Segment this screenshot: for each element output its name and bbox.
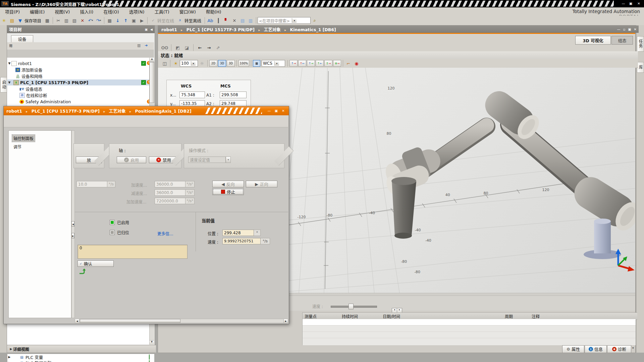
current-velocity-value[interactable]: 9.99927520751: [222, 238, 261, 244]
expander-icon[interactable]: ▼: [7, 62, 11, 65]
menu-online[interactable]: 在线(O): [98, 7, 124, 16]
minimize-icon[interactable]: —: [266, 108, 272, 113]
new-project-icon[interactable]: ✳: [0, 17, 8, 24]
tree-row-device-config[interactable]: ▮⚒ 设备组态: [7, 86, 154, 92]
view-preset-zx-icon[interactable]: ↑→: [289, 60, 298, 67]
monitor-glasses-icon[interactable]: ʘʘ: [161, 44, 168, 51]
tree-row-project[interactable]: ▼ robot1 ✓!: [7, 60, 154, 66]
disable-axis-button[interactable]: ✕ 禁用: [149, 157, 178, 163]
scrollbar-thumb[interactable]: [150, 62, 154, 103]
save-project-icon[interactable]: ▼: [16, 17, 24, 24]
breadcrumb-positioning-axis[interactable]: PositioningAxis_1 [DB2]: [135, 109, 192, 114]
tree-expand-icon[interactable]: ➜: [145, 43, 148, 48]
start-simulation-icon[interactable]: ▶: [138, 17, 146, 24]
scroll-up-icon[interactable]: ▲: [150, 58, 154, 62]
tree-row-safety[interactable]: ● Safety Administration !: [7, 99, 154, 105]
menu-edit[interactable]: 编辑(E): [25, 7, 50, 16]
breadcrumb-plc[interactable]: PLC_1 [CPU 1517TF-3 PN/DP]: [186, 27, 255, 32]
mcs-a1-value[interactable]: 299.508: [220, 92, 247, 98]
pin-panel-icon[interactable]: ▣: [145, 28, 148, 31]
enable-axis-button[interactable]: ✓ 启用: [117, 157, 146, 163]
delete-icon[interactable]: ✕: [79, 17, 86, 24]
tree-row-plc-tags[interactable]: ▶ ▤ PLC 变量: [7, 354, 154, 360]
col-duration[interactable]: 持续时间: [340, 312, 383, 320]
view-preset-xz-icon[interactable]: ↑←: [298, 60, 306, 67]
splitter-right-icon[interactable]: ▶: [71, 233, 74, 238]
view-preset-top-icon[interactable]: ⊗→: [333, 60, 341, 67]
scroll-down-icon[interactable]: ▼: [150, 340, 154, 345]
wcs-x-value[interactable]: 75.348: [179, 92, 205, 98]
inspector-collapse-icon[interactable]: ▾: [632, 346, 634, 350]
nav-forward-icon[interactable]: →: [205, 44, 213, 51]
sidebar-tab-start[interactable]: 启动: [0, 77, 7, 93]
splitter-left-icon[interactable]: ◀: [71, 221, 74, 227]
axis-window-header[interactable]: robot1 ▸ PLC_1 [CPU 1517TF-3 PN/DP] ▸ 工艺…: [4, 106, 289, 115]
axis-message-box[interactable]: 0: [77, 245, 187, 259]
open-project-icon[interactable]: ▤: [8, 17, 16, 24]
breadcrumb-tech-objects[interactable]: 工艺对象: [264, 27, 281, 32]
robot-trace-icon[interactable]: ⌐: [345, 60, 352, 67]
tab-diagnostics[interactable]: ✚ 诊断: [607, 345, 631, 353]
chevron-down-icon[interactable]: ▾: [292, 18, 297, 23]
tab-3d-visualization[interactable]: 3D 可视化: [575, 36, 611, 45]
close-icon[interactable]: ✕: [636, 1, 642, 6]
undo-icon[interactable]: ↶▾: [87, 17, 94, 24]
view-iso-button[interactable]: 3D: [227, 60, 235, 67]
decel-field[interactable]: 36000.0: [155, 189, 185, 196]
menu-tools[interactable]: 工具(T): [150, 7, 174, 16]
start-cpu-icon[interactable]: ▣: [130, 17, 138, 24]
tab-info[interactable]: i 信息: [585, 345, 607, 353]
trace-measure-icon[interactable]: ◪: [183, 44, 191, 51]
details-view-bar[interactable]: ▶ 详细视图: [7, 345, 156, 353]
tree-filter-icon[interactable]: ▦̟: [9, 43, 12, 48]
brightness-icon[interactable]: ☀: [172, 60, 179, 67]
go-online-icon[interactable]: 🗸: [149, 17, 157, 24]
go-offline-icon[interactable]: 🗴: [176, 17, 184, 24]
breadcrumb-tech-objects[interactable]: 工艺对象: [109, 109, 126, 114]
view-preset-yx-icon[interactable]: ↕→: [324, 60, 332, 67]
taskcard-tab-tasks[interactable]: 任务: [637, 36, 644, 52]
paste-icon[interactable]: ▧: [71, 17, 78, 24]
accel-field[interactable]: 36000.0: [155, 181, 185, 187]
sidebar-item-tuning[interactable]: 调节: [13, 144, 71, 149]
print-icon[interactable]: ▦: [44, 17, 51, 24]
jog-target-icon[interactable]: ◉: [353, 60, 360, 67]
cut-icon[interactable]: ✂: [55, 17, 62, 24]
jog-speed-slider[interactable]: [331, 306, 377, 308]
col-datetime[interactable]: 日期/时间: [381, 312, 505, 320]
export-icon[interactable]: ⇗: [214, 44, 222, 51]
view-2d-button[interactable]: 2D: [209, 60, 217, 67]
dim-brightness-icon[interactable]: ☼: [198, 60, 206, 67]
nav-back-icon[interactable]: ←: [196, 44, 204, 51]
go-online-label[interactable]: 转至在线: [157, 17, 174, 24]
scroll-left-icon[interactable]: ◀: [75, 319, 79, 323]
zoom-fit-button[interactable]: 100%: [238, 60, 249, 67]
redo-icon[interactable]: ↷▾: [95, 17, 102, 24]
measure-table-body[interactable]: [302, 319, 636, 345]
camera-icon[interactable]: ◫: [161, 60, 168, 67]
editor-minimize-icon[interactable]: —: [617, 27, 620, 31]
editor-close-icon[interactable]: ✕: [634, 27, 637, 31]
menu-help[interactable]: 帮助(H): [201, 7, 226, 16]
editor-float-icon[interactable]: ▫: [623, 27, 625, 31]
split-vertical-icon[interactable]: ▥: [247, 17, 254, 24]
coordinate-system-select[interactable]: WCS ▾: [262, 60, 285, 67]
breadcrumb-kinematics[interactable]: Kinematics_1 [DB6]: [290, 27, 336, 32]
tab-properties[interactable]: ⚙ 属性: [562, 345, 584, 353]
tab-devices[interactable]: 设备: [11, 35, 33, 43]
menu-insert[interactable]: 插入(I): [75, 7, 98, 16]
go-offline-label[interactable]: 转至离线: [184, 17, 201, 24]
scroll-right-icon[interactable]: ▶: [283, 319, 288, 323]
axis-hscrollbar[interactable]: ◀ ▶: [75, 319, 288, 323]
split-horizontal-icon[interactable]: ▤: [239, 17, 246, 24]
tree-columns-icon[interactable]: ▥: [137, 43, 141, 48]
release-master-button[interactable]: 放: [76, 157, 102, 163]
save-project-label[interactable]: 保存项目: [24, 17, 41, 24]
chevron-down-icon[interactable]: ▾: [226, 157, 231, 163]
current-position-value[interactable]: 299.428: [222, 230, 254, 236]
grid-toggle-icon[interactable]: ▦: [253, 60, 260, 67]
slider-thumb[interactable]: [348, 304, 354, 309]
col-comment[interactable]: 注释: [530, 312, 637, 320]
stop-runtime-icon[interactable]: ▘: [223, 17, 230, 24]
breadcrumb-plc[interactable]: PLC_1 [CPU 1517TF-3 PN/DP]: [32, 109, 100, 114]
